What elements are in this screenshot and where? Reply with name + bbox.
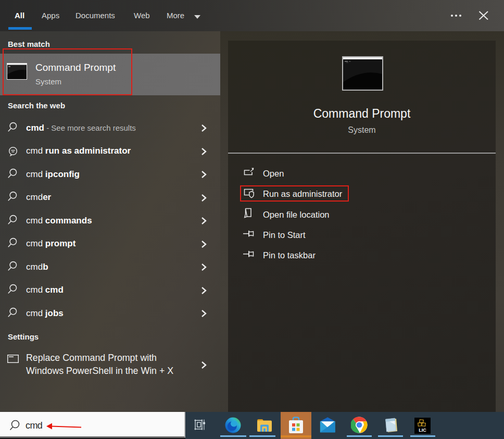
svg-text:LIC: LIC <box>419 428 426 433</box>
